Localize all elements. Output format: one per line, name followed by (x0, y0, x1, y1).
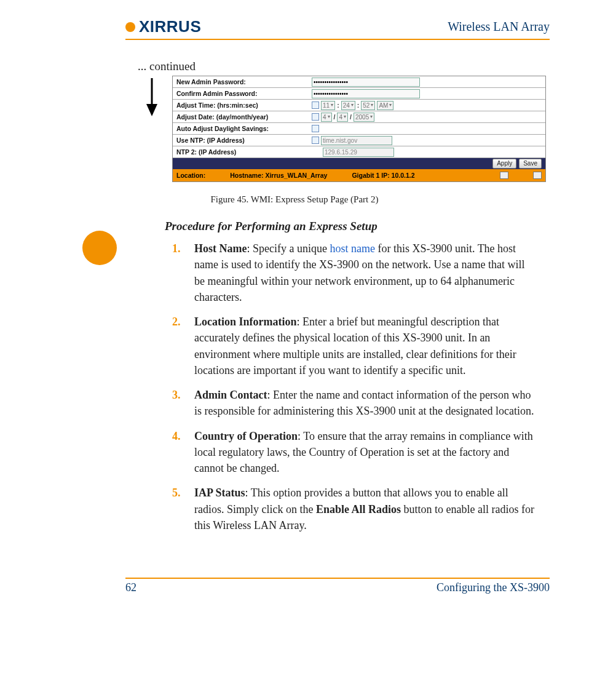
status-location: Location: (176, 172, 205, 179)
page-footer: 62 Configuring the XS-3900 (125, 578, 550, 594)
confirm-admin-password-input[interactable] (312, 89, 420, 98)
section-marker-circle-icon (82, 231, 117, 265)
time-min-select[interactable]: 24▾ (341, 101, 355, 110)
step-country-of-operation: Country of Operation: To ensure that the… (194, 428, 537, 477)
time-ampm-select[interactable]: AM▾ (377, 101, 393, 110)
ntp-input[interactable] (321, 136, 392, 145)
page-header: XIRRUS Wireless LAN Array (125, 17, 550, 36)
host-name-link[interactable]: host name (330, 242, 375, 255)
wmi-label: Auto Adjust Daylight Savings: (173, 125, 309, 132)
step-bold: Enable All Radios (316, 503, 401, 515)
wmi-row-confirm-password: Confirm Admin Password: (173, 88, 545, 100)
wmi-label: Use NTP: (IP Address) (173, 137, 309, 144)
step-term: Host Name (194, 242, 247, 255)
figure-area: New Admin Password: Confirm Admin Passwo… (138, 76, 550, 182)
wmi-label: Confirm Admin Password: (173, 90, 309, 97)
status-icon (500, 172, 508, 179)
apply-button[interactable]: Apply (492, 159, 516, 169)
status-gigabit: Gigabit 1 IP: 10.0.1.2 (352, 172, 414, 179)
wmi-row-adjust-date: Adjust Date: (day/month/year) 4▾ / 4▾ / … (173, 111, 545, 123)
procedure-steps: Host Name: Specify a unique host name fo… (165, 241, 537, 533)
ntp2-input[interactable] (323, 148, 394, 157)
wmi-label: NTP 2: (IP Address) (173, 148, 309, 156)
wmi-row-ntp2: NTP 2: (IP Address) (173, 146, 545, 158)
wmi-row-ntp: Use NTP: (IP Address) (173, 135, 545, 146)
wmi-label: Adjust Date: (day/month/year) (173, 113, 309, 121)
section-heading: Procedure for Performing an Express Setu… (165, 220, 537, 233)
status-hostname: Hostname: Xirrus_WLAN_Array (230, 172, 327, 179)
time-hour-select[interactable]: 11▾ (321, 101, 335, 110)
save-button[interactable]: Save (519, 159, 542, 169)
wmi-row-dst: Auto Adjust Daylight Savings: (173, 123, 545, 135)
step-iap-status: IAP Status: This option provides a butto… (194, 485, 537, 533)
logo-text: XIRRUS (139, 17, 201, 36)
footer-section-title: Configuring the XS-3900 (437, 581, 550, 594)
step-term: IAP Status (194, 487, 245, 499)
colon-sep: : (337, 101, 339, 109)
slash-sep: / (334, 113, 336, 121)
wmi-label: New Admin Password: (173, 78, 309, 86)
time-sec-select[interactable]: 52▾ (361, 101, 375, 110)
adjust-date-checkbox[interactable] (312, 113, 319, 121)
wmi-label: Adjust Time: (hrs:min:sec) (173, 101, 309, 109)
status-icon (533, 172, 542, 179)
step-host-name: Host Name: Specify a unique host name fo… (194, 241, 537, 305)
wmi-screenshot: New Admin Password: Confirm Admin Passwo… (172, 76, 546, 182)
step-text: : Specify a unique (247, 242, 330, 255)
logo-dot-icon (125, 22, 135, 32)
step-admin-contact: Admin Contact: Enter the name and contac… (194, 387, 537, 420)
date-year-select[interactable]: 2005▾ (354, 113, 374, 122)
adjust-time-checkbox[interactable] (312, 101, 319, 109)
step-term: Country of Operation (194, 430, 298, 442)
page-number: 62 (125, 581, 136, 594)
logo: XIRRUS (125, 17, 201, 36)
figure-caption: Figure 45. WMI: Express Setup Page (Part… (39, 194, 550, 205)
continued-label: ... continued (138, 60, 550, 73)
document-title: Wireless LAN Array (448, 20, 550, 34)
wmi-action-bar: Apply Save (173, 158, 545, 169)
down-arrow-icon (138, 78, 166, 116)
header-rule (125, 39, 550, 40)
svg-marker-1 (146, 104, 157, 116)
step-term: Admin Contact (194, 389, 267, 401)
wmi-row-adjust-time: Adjust Time: (hrs:min:sec) 11▾ : 24▾ : 5… (173, 100, 545, 111)
colon-sep: : (357, 101, 360, 109)
date-day-select[interactable]: 4▾ (321, 113, 332, 122)
dst-checkbox[interactable] (312, 125, 319, 132)
new-admin-password-input[interactable] (312, 78, 420, 87)
ntp-checkbox[interactable] (312, 137, 319, 144)
step-term: Location Information (194, 316, 297, 328)
step-location-info: Location Information: Enter a brief but … (194, 314, 537, 378)
slash-sep: / (350, 113, 352, 121)
date-month-select[interactable]: 4▾ (337, 113, 348, 122)
wmi-status-bar: Location: Hostname: Xirrus_WLAN_Array Gi… (173, 169, 545, 181)
wmi-row-new-password: New Admin Password: (173, 76, 545, 88)
